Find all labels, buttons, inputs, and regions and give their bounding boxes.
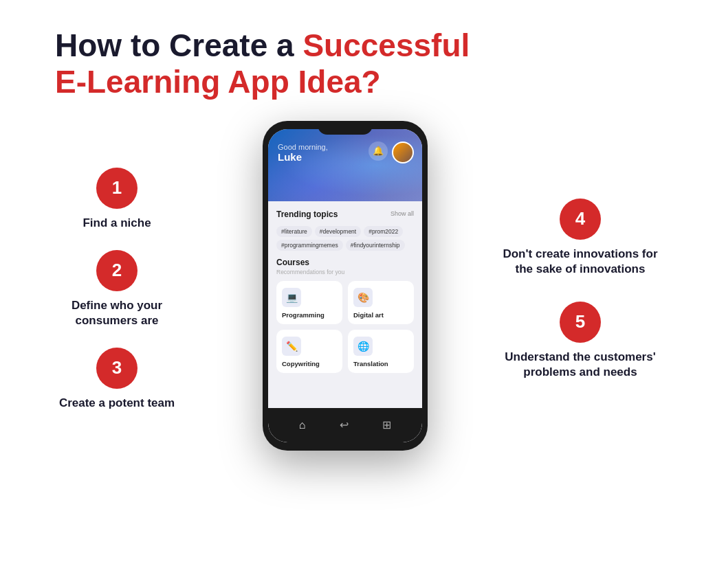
course-digital-art[interactable]: 🎨 Digital art xyxy=(348,281,414,324)
tag-4[interactable]: #findyourinternship xyxy=(346,240,405,251)
avatar xyxy=(392,142,414,163)
step-4: 4 Don't create innovations for the sake … xyxy=(498,199,663,277)
course-copywriting[interactable]: ✏️ Copywriting xyxy=(276,330,342,373)
phone-header-icons: 🔔 xyxy=(368,142,414,163)
digital-art-label: Digital art xyxy=(353,311,384,319)
right-column: 4 Don't create innovations for the sake … xyxy=(498,199,663,380)
bottom-nav: ⌂ ↩ ⊞ xyxy=(268,408,422,442)
course-programming[interactable]: 💻 Programming xyxy=(276,281,342,324)
courses-subtitle: Recommendations for you xyxy=(276,269,414,275)
course-translation[interactable]: 🌐 Translation xyxy=(348,330,414,373)
step-3-circle: 3 xyxy=(96,348,138,389)
courses-grid: 💻 Programming 🎨 Digital art ✏️ Copywriti… xyxy=(276,281,414,373)
step-1: 1 Find a niche xyxy=(41,168,192,231)
copywriting-icon: ✏️ xyxy=(282,337,301,356)
phone-outer: Good morning, Luke 🔔 Show all Trending t… xyxy=(263,121,428,451)
notification-icon: 🔔 xyxy=(368,142,388,161)
step-5-label: Understand the customers' problems and n… xyxy=(498,350,663,380)
digital-art-icon: 🎨 xyxy=(353,288,373,307)
title-line2: E-Learning App Idea? xyxy=(55,64,663,100)
step-2: 2 Define who your consumers are xyxy=(41,250,192,328)
step-3-label: Create a potent team xyxy=(59,396,175,411)
title-line1: How to Create a Successful xyxy=(55,27,663,64)
step-5: 5 Understand the customers' problems and… xyxy=(498,302,663,380)
tags-container: #literature #development #prom2022 #prog… xyxy=(276,226,414,251)
trending-section: Show all Trending topics xyxy=(276,210,414,222)
step-2-label: Define who your consumers are xyxy=(41,298,192,328)
tag-3[interactable]: #programmingmemes xyxy=(276,240,343,251)
step-2-circle: 2 xyxy=(96,250,138,291)
step-1-circle: 1 xyxy=(96,168,138,209)
programming-label: Programming xyxy=(282,311,324,319)
title-highlight: Successful xyxy=(302,27,470,63)
step-1-label: Find a niche xyxy=(82,216,151,231)
phone-body: Show all Trending topics #literature #de… xyxy=(268,201,422,378)
programming-icon: 💻 xyxy=(282,288,301,307)
phone-header: Good morning, Luke 🔔 xyxy=(268,129,422,201)
page-container: How to Create a Successful E-Learning Ap… xyxy=(0,0,704,588)
step-3: 3 Create a potent team xyxy=(41,348,192,411)
step-4-circle: 4 xyxy=(560,199,601,240)
phone-screen: Good morning, Luke 🔔 Show all Trending t… xyxy=(268,129,422,442)
title-area: How to Create a Successful E-Learning Ap… xyxy=(41,27,663,100)
tag-2[interactable]: #prom2022 xyxy=(364,226,403,237)
step-4-label: Don't create innovations for the sake of… xyxy=(498,247,663,277)
translation-icon: 🌐 xyxy=(353,337,373,356)
activity-nav-icon[interactable]: ↩ xyxy=(340,418,349,431)
content-row: 1 Find a niche 2 Define who your consume… xyxy=(41,121,663,451)
home-nav-icon[interactable]: ⌂ xyxy=(299,419,306,431)
translation-label: Translation xyxy=(353,360,388,368)
left-column: 1 Find a niche 2 Define who your consume… xyxy=(41,168,192,411)
tag-0[interactable]: #literature xyxy=(276,226,312,237)
phone-notch xyxy=(318,121,373,135)
tag-1[interactable]: #development xyxy=(315,226,361,237)
courses-title: Courses xyxy=(276,258,414,267)
copywriting-label: Copywriting xyxy=(282,360,320,368)
phone-mockup: Good morning, Luke 🔔 Show all Trending t… xyxy=(252,121,438,451)
profile-nav-icon[interactable]: ⊞ xyxy=(382,418,391,431)
show-all-link[interactable]: Show all xyxy=(390,210,414,217)
step-5-circle: 5 xyxy=(560,302,601,343)
